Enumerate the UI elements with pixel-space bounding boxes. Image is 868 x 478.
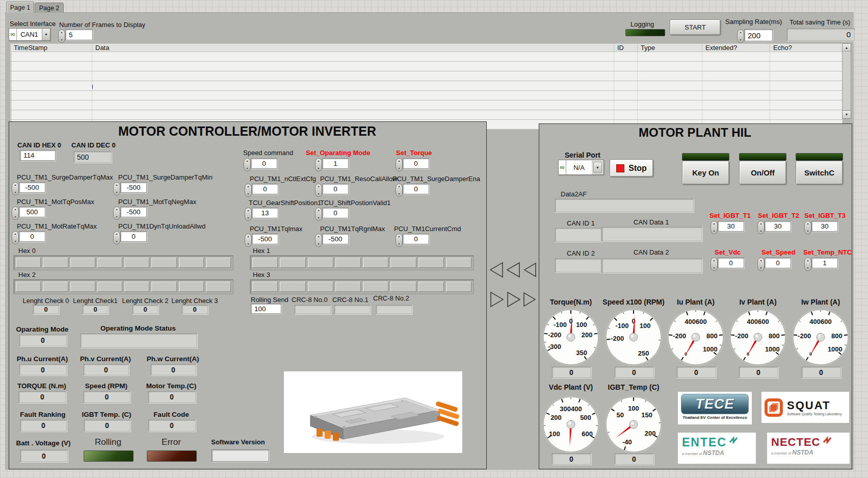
pcu-tm1tqrgnlmax-spinner[interactable]: ▲▼ (315, 234, 322, 247)
rolling-send-input[interactable]: 100 (251, 304, 281, 314)
pcu-tm1tqrgnlmax-input[interactable]: -500 (322, 234, 349, 244)
table-row[interactable] (11, 100, 843, 110)
set-igbt-t1-input[interactable]: 30 (718, 221, 744, 232)
set-temp-ntc-spinner[interactable]: ▲▼ (804, 258, 811, 271)
tcu-gearshiftposition1-input[interactable]: 13 (252, 208, 278, 218)
switchc-button[interactable]: SwitchC (796, 161, 843, 185)
pcu-tm1-resocaliallow-spinner[interactable]: ▲▼ (315, 184, 322, 197)
sampling-rate-spinner[interactable]: ▲▼ (737, 30, 744, 43)
set-speed-spinner[interactable]: ▲▼ (757, 258, 765, 271)
pcu-tm1-surgedamperena-spinner[interactable]: ▲▼ (396, 184, 403, 197)
can-frame-table[interactable]: TimeStampDataIDTypeExtended?Echo? (10, 43, 843, 130)
serial-port-dropdown[interactable]: I/O N/A ▼ (558, 160, 604, 175)
on-off-button[interactable]: On/Off (739, 161, 786, 185)
hex-byte-cell (308, 282, 333, 292)
key-on-button[interactable]: Key On (682, 161, 729, 185)
sampling-rate-input[interactable]: 200 (744, 29, 773, 41)
tcu-shiftpostionvalid1-spinner[interactable]: ▲▼ (315, 208, 322, 221)
serial-port-value: N/A (566, 160, 592, 174)
pcu-tm1-nctlextcfg-spinner[interactable]: ▲▼ (245, 184, 252, 197)
speed-rpm-value: 0 (83, 391, 130, 403)
iu-plant-a-label: Iu Plant (A) (663, 298, 729, 306)
table-row[interactable] (11, 91, 843, 100)
pcu-tm1-motratetqmax-spinner[interactable]: ▲▼ (12, 231, 19, 244)
set-vdc-spinner[interactable]: ▲▼ (711, 258, 718, 271)
pcu-tm1-surgedampertqmin-input[interactable]: -500 (120, 182, 147, 193)
pcu-tm1dyntqunloadallwd-input[interactable]: 0 (120, 231, 147, 242)
svg-text:400: 400 (571, 405, 582, 413)
set-igbt-t3-input[interactable]: 30 (811, 221, 838, 232)
table-row[interactable] (11, 81, 843, 91)
frames-spinner[interactable]: ▲▼ (58, 30, 65, 43)
speed-command-input[interactable]: 0 (251, 158, 277, 169)
speed-command-spinner[interactable]: ▲▼ (244, 158, 251, 171)
hex-byte-cell (390, 282, 416, 292)
squat-logo-text: SQUAT (787, 399, 842, 412)
table-row[interactable] (11, 62, 843, 71)
pcu-tm1-surgedampertqmax-spinner[interactable]: ▲▼ (12, 182, 19, 195)
set-torque-spinner[interactable]: ▲▼ (396, 158, 403, 171)
svg-text:600: 600 (821, 318, 832, 325)
set-torque-input[interactable]: 0 (403, 158, 429, 169)
set-igbt-t2-input[interactable]: 30 (765, 221, 791, 232)
tab-page-2[interactable]: Page 2 (35, 3, 64, 13)
pcu-tm1-surgedamperena-label: PCU_TM1_SurgeDamperEna (392, 175, 480, 183)
pcu-tm1-surgedampertqmax-input[interactable]: -500 (19, 182, 45, 193)
pcu-tm1currentcmd-input[interactable]: 0 (403, 234, 429, 244)
can-id-hex-input[interactable]: 114 (20, 150, 56, 161)
pcu-tm1-motratetqmax-input[interactable]: 0 (19, 231, 45, 242)
torque-n-m-value: 0 (551, 366, 591, 378)
pcu-tm1tqlmax-spinner[interactable]: ▲▼ (245, 234, 252, 247)
tcu-gearshiftposition1-spinner[interactable]: ▲▼ (245, 208, 252, 221)
pcu-tm1dyntqunloadallwd-spinner[interactable]: ▲▼ (113, 231, 120, 244)
svg-text:-40: -40 (622, 438, 632, 446)
set-speed-input[interactable]: 0 (765, 258, 791, 268)
interface-dropdown[interactable]: I/O CAN1 ▼ (9, 28, 50, 41)
pcu-tm1dyntqunloadallwd-label: PCU_TM1DynTqUnloadAllwd (118, 222, 205, 230)
svg-text:250: 250 (638, 349, 649, 357)
data2af-value (555, 198, 694, 212)
pcu-tm1-surgedampertqmin-spinner[interactable]: ▲▼ (113, 182, 120, 195)
hex-byte-cell (70, 282, 95, 292)
set-oparating-mode-spinner[interactable]: ▲▼ (315, 158, 322, 171)
pcu-tm1-mottqposmax-input[interactable]: 500 (19, 207, 45, 217)
set-igbt-t2-spinner[interactable]: ▲▼ (757, 221, 765, 234)
set-igbt-t1-spinner[interactable]: ▲▼ (711, 221, 718, 234)
pcu-tm1-resocaliallow-input[interactable]: 0 (322, 184, 349, 194)
start-button[interactable]: START (670, 19, 721, 35)
table-scroll-down[interactable]: ▼ (842, 110, 851, 119)
iv-plant-a-label: Iv Plant (A) (725, 298, 791, 306)
table-scrollbar[interactable] (842, 51, 851, 111)
chevron-down-icon[interactable]: ▼ (42, 29, 50, 40)
logging-led (625, 29, 665, 36)
select-interface-label: Select Interface (10, 20, 56, 28)
pcu-tm1tqlmax-input[interactable]: -500 (252, 234, 278, 244)
frames-input[interactable]: 5 (65, 29, 93, 40)
chevron-down-icon[interactable]: ▼ (593, 162, 602, 173)
pcu-tm1-mottqnegmax-spinner[interactable]: ▲▼ (113, 207, 120, 220)
motor-inverter-image (284, 371, 462, 453)
tcu-shiftpostionvalid1-input[interactable]: 0 (322, 208, 349, 218)
pcu-tm1currentcmd-spinner[interactable]: ▲▼ (396, 234, 403, 247)
hex-2-label: Hex 2 (18, 271, 36, 279)
can-id-hex-label: CAN ID HEX 0 (17, 141, 61, 149)
hex-byte-cell (308, 258, 333, 268)
set-temp-ntc-input[interactable]: 1 (811, 258, 838, 268)
set-vdc-input[interactable]: 0 (718, 258, 744, 268)
svg-text:200: 200 (582, 331, 593, 339)
table-row[interactable] (11, 110, 843, 120)
tece-logo-text: TECE (695, 396, 734, 412)
tab-page-1[interactable]: Page 1 (6, 2, 34, 13)
stop-button[interactable]: Stop (610, 159, 653, 177)
pcu-tm1-nctlextcfg-input[interactable]: 0 (252, 184, 278, 194)
pcu-tm1-surgedamperena-input[interactable]: 0 (403, 184, 429, 194)
ph-w-current-a-label: Ph.w Current(A) (132, 355, 214, 363)
table-row[interactable] (11, 71, 843, 81)
set-oparating-mode-input[interactable]: 1 (322, 158, 349, 169)
table-row[interactable] (11, 52, 843, 62)
squat-logo-subtext: Software Quality Testing Laboratory (787, 412, 842, 416)
svg-text:100: 100 (549, 430, 560, 438)
pcu-tm1-mottqnegmax-input[interactable]: -500 (120, 207, 147, 217)
set-igbt-t3-spinner[interactable]: ▲▼ (804, 221, 811, 234)
pcu-tm1-mottqposmax-spinner[interactable]: ▲▼ (12, 207, 19, 220)
